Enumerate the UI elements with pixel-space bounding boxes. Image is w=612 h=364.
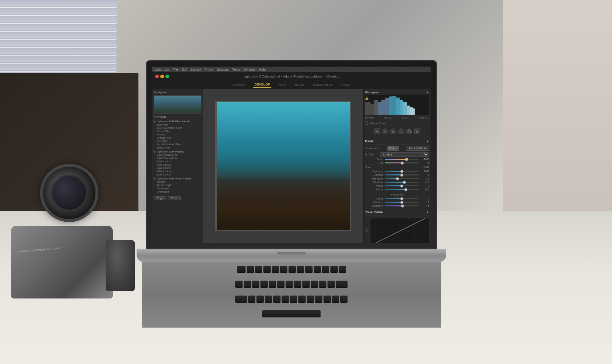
menu-photo[interactable]: Photo <box>205 68 213 71</box>
preset-bw-look1[interactable]: B&W Look 1 <box>154 160 201 163</box>
clarity-thumb[interactable] <box>400 197 403 200</box>
preset-bw-look5[interactable]: B&W Look 5 <box>154 173 201 176</box>
menu-tools[interactable]: Tools <box>232 68 240 71</box>
contrast-thumb[interactable] <box>400 174 403 177</box>
blacks-track[interactable] <box>385 189 419 190</box>
contrast-fill <box>385 174 402 175</box>
point-curve-dot[interactable] <box>365 229 368 232</box>
preset-group-bwtoned-title[interactable]: Lightroom B&W Toned Presets <box>154 177 201 180</box>
temp-thumb[interactable] <box>405 158 408 161</box>
module-slideshow[interactable]: SLIDESHOW <box>311 82 334 87</box>
checkbox-icon[interactable] <box>365 122 368 124</box>
preset-bw-look2[interactable]: B&W Look 2 <box>154 163 201 166</box>
tint-track[interactable] <box>385 162 419 163</box>
crop-tool[interactable]: ⊹ <box>374 128 380 134</box>
laptop-base <box>137 249 446 262</box>
key-spacebar <box>262 310 321 317</box>
photo-canvas <box>215 101 351 232</box>
paste-button[interactable]: Paste <box>168 196 181 200</box>
menu-library[interactable]: Library <box>191 68 201 71</box>
module-map[interactable]: MAP <box>277 82 287 87</box>
highlights-track[interactable] <box>385 178 419 179</box>
bw-treatment-btn[interactable]: Black & White <box>406 146 429 151</box>
preset-cyanotype[interactable]: Cyanotype <box>154 187 201 190</box>
menu-lightroom[interactable]: Lightroom <box>154 68 169 71</box>
module-library[interactable]: LIBRARY <box>230 82 247 87</box>
saturation-thumb[interactable] <box>401 205 404 207</box>
clarity-slider-row: Clarity 0 <box>365 197 429 200</box>
preset-blue-hicontrast[interactable]: Blue Hi-Contrast Filter <box>154 126 201 130</box>
whites-thumb[interactable] <box>400 185 403 187</box>
svg-rect-5 <box>381 100 385 115</box>
menu-edit[interactable]: Edit <box>182 68 188 71</box>
redeye-tool[interactable]: ⊙ <box>390 128 396 134</box>
key-p <box>323 296 331 303</box>
vibrance-track[interactable] <box>385 202 419 203</box>
copy-button[interactable]: Copy <box>154 196 166 200</box>
whites-track[interactable] <box>385 185 419 186</box>
close-button[interactable] <box>155 75 159 78</box>
clarity-label: Clarity <box>365 197 383 200</box>
camera-inner-lens <box>51 175 87 211</box>
shadows-thumb[interactable] <box>403 181 406 184</box>
shadows-track[interactable] <box>385 182 419 183</box>
wb-dropdown[interactable]: As Shot Auto Daylight <box>380 152 429 157</box>
svg-rect-1 <box>365 102 370 115</box>
gradient-tool[interactable]: □ <box>398 128 404 134</box>
saturation-track[interactable] <box>385 205 419 206</box>
preset-antique-light[interactable]: Antique Light <box>154 183 201 187</box>
module-book[interactable]: BOOK <box>293 82 306 87</box>
spot-removal-tool[interactable]: ○ <box>382 128 388 134</box>
contrast-track[interactable] <box>385 174 419 175</box>
keyboard-area <box>142 262 441 328</box>
preset-red-hicontrast[interactable]: Red Hi-Contrast Filter <box>154 143 201 146</box>
adjustment-brush-tool[interactable]: ⊡ <box>414 128 420 134</box>
preset-group-bwpresets-title[interactable]: Lightroom B&W Presets <box>154 150 201 153</box>
preset-bw-look3[interactable]: B&W Look 3 <box>154 166 201 170</box>
contrast-label: Contrast <box>365 174 383 176</box>
blacks-thumb[interactable] <box>404 188 407 191</box>
menu-window[interactable]: Window <box>244 68 255 71</box>
eyedropper-icon[interactable]: ✎ <box>365 153 368 157</box>
maximize-button[interactable] <box>165 75 169 78</box>
menu-file[interactable]: File <box>173 68 178 71</box>
preset-bw-look4[interactable]: B&W Look 4 <box>154 170 201 173</box>
histogram-triangle: ▲ <box>426 91 429 94</box>
svg-rect-6 <box>385 98 389 115</box>
vibrance-thumb[interactable] <box>400 201 403 204</box>
clarity-track[interactable] <box>385 198 419 199</box>
basic-collapse-icon[interactable]: ▼ <box>426 140 429 143</box>
preset-cyanotype2[interactable]: Cyanotype <box>154 190 201 193</box>
minimize-button[interactable] <box>160 75 164 78</box>
highlights-thumb[interactable] <box>396 177 399 180</box>
preset-yellow-filter[interactable]: Yellow Filter <box>154 146 201 149</box>
module-print[interactable]: PRINT <box>340 82 353 87</box>
module-develop[interactable]: DEVELOP <box>253 82 271 88</box>
preset-antique[interactable]: Antique <box>154 180 201 183</box>
preset-orange-filter[interactable]: Orange Filter <box>154 136 201 139</box>
color-treatment-btn[interactable]: Color <box>387 146 399 151</box>
menu-help[interactable]: Help <box>259 68 266 71</box>
exposure-track[interactable] <box>385 171 419 172</box>
preset-group-bwfilter-title[interactable]: Lightroom B&W Filter Presets <box>154 120 201 123</box>
preset-infrared[interactable]: Infrared <box>154 133 201 136</box>
exposure-thumb[interactable] <box>400 170 403 173</box>
key-f10 <box>322 266 329 273</box>
tint-thumb[interactable] <box>401 162 404 165</box>
preset-green-filter[interactable]: Green Filter <box>154 130 201 133</box>
tone-curve-collapse-icon[interactable]: ▼ <box>426 211 429 214</box>
key-f3 <box>263 266 271 273</box>
auto-tone-button[interactable]: Auto <box>424 166 429 169</box>
radial-tool[interactable]: ◯ <box>406 128 412 134</box>
preset-bw-contrast[interactable]: B&W Contrast Line <box>154 157 201 160</box>
preset-blue-filter[interactable]: Blue Filter <box>154 123 201 126</box>
screen-display: Lightroom File Edit Library Photo Settin… <box>152 67 431 243</box>
preset-red-filter[interactable]: Red Filter <box>154 139 201 143</box>
water-texture-svg <box>217 102 350 230</box>
temp-track[interactable] <box>385 159 419 160</box>
key-f2 <box>255 266 262 273</box>
menu-settings[interactable]: Settings <box>217 68 229 71</box>
preset-bw-creative[interactable]: B&W Creative Lite <box>154 153 201 157</box>
blacks-fill <box>385 189 406 190</box>
lr-right-panel: Histogram ▲ <box>363 89 431 243</box>
